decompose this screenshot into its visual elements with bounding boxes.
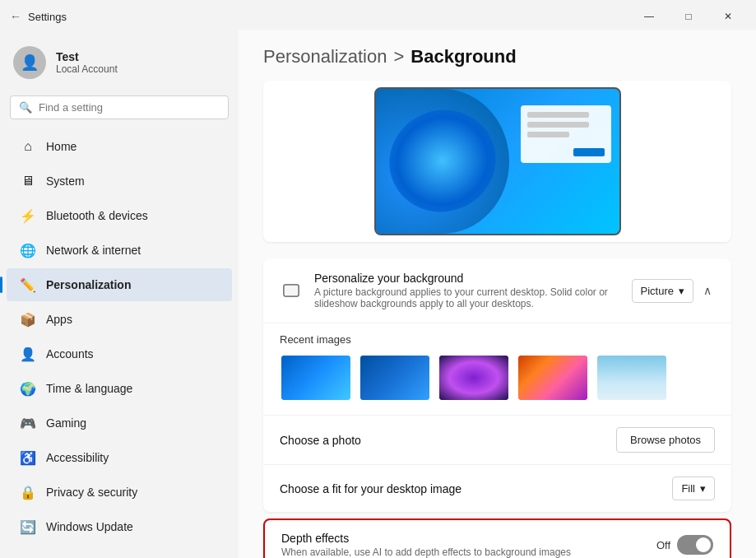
breadcrumb-current: Background	[410, 46, 516, 67]
fit-chevron-icon: ▾	[700, 482, 706, 495]
sidebar-item-time[interactable]: 🌍 Time & language	[7, 372, 232, 405]
thumb-inner-5	[597, 356, 666, 400]
sidebar-item-label: Apps	[46, 313, 72, 326]
preview-line-2	[527, 122, 589, 128]
sidebar-item-home[interactable]: ⌂ Home	[7, 130, 232, 163]
search-input[interactable]	[39, 101, 220, 114]
bluetooth-icon: ⚡	[20, 207, 36, 224]
preview-card-button	[573, 148, 605, 156]
preview-line-3	[527, 132, 570, 137]
sidebar-item-label: System	[46, 174, 85, 188]
personalize-title: Personalize your background	[314, 272, 620, 285]
sidebar-item-bluetooth[interactable]: ⚡ Bluetooth & devices	[7, 199, 232, 232]
depth-toggle[interactable]	[677, 535, 713, 555]
sidebar-item-label: Time & language	[46, 382, 132, 395]
window-controls: — □ ✕	[631, 5, 746, 28]
update-icon: 🔄	[20, 518, 36, 535]
active-indicator	[0, 277, 2, 293]
breadcrumb-parent[interactable]: Personalization	[263, 46, 387, 67]
main-content: Personalization > Background	[239, 30, 756, 558]
time-icon: 🌍	[20, 380, 36, 397]
close-button[interactable]: ✕	[710, 5, 746, 28]
fit-value: Fill	[681, 482, 695, 495]
thumb-inner-1	[281, 356, 350, 400]
sidebar-item-label: Windows Update	[46, 520, 133, 533]
gaming-icon: 🎮	[20, 415, 36, 431]
breadcrumb-sep: >	[393, 46, 404, 67]
toggle-label: Off	[656, 539, 670, 551]
avatar: 👤	[13, 46, 46, 79]
sidebar-item-label: Network & internet	[46, 244, 141, 257]
sidebar-item-network[interactable]: 🌐 Network & internet	[7, 234, 232, 267]
depth-title: Depth effects	[281, 532, 645, 545]
sidebar-item-label: Home	[46, 140, 77, 153]
accessibility-icon: ♿	[20, 449, 36, 466]
personalize-icon	[280, 279, 303, 302]
preview-container	[263, 81, 731, 242]
sidebar-item-label: Gaming	[46, 416, 86, 430]
sidebar-item-accounts[interactable]: 👤 Accounts	[7, 337, 232, 370]
sidebar-item-label: Personalization	[46, 278, 131, 291]
recent-image-2[interactable]	[359, 354, 431, 402]
sidebar-item-label: Privacy & security	[46, 486, 137, 499]
svg-rect-1	[284, 285, 299, 296]
app-body: 👤 Test Local Account 🔍 ⌂ Home 🖥 System ⚡…	[0, 30, 756, 558]
minimize-button[interactable]: —	[631, 5, 667, 28]
collapse-button[interactable]: ∧	[700, 281, 715, 300]
sidebar-item-apps[interactable]: 📦 Apps	[7, 303, 232, 336]
preview-card	[521, 105, 611, 163]
search-box[interactable]: 🔍	[10, 95, 229, 119]
browse-photos-button[interactable]: Browse photos	[616, 427, 715, 453]
sidebar-item-windowsupdate[interactable]: 🔄 Windows Update	[7, 510, 232, 543]
recent-image-3[interactable]	[438, 354, 510, 402]
sidebar-item-label: Bluetooth & devices	[46, 209, 148, 222]
fit-label: Choose a fit for your desktop image	[280, 482, 461, 495]
privacy-icon: 🔒	[20, 484, 36, 500]
depth-effects-card: Depth effects When available, use AI to …	[263, 518, 731, 558]
breadcrumb: Personalization > Background	[263, 46, 731, 67]
background-type-dropdown[interactable]: Picture ▾	[632, 279, 693, 303]
recent-images-label: Recent images	[280, 333, 715, 346]
accounts-icon: 👤	[20, 346, 36, 362]
apps-icon: 📦	[20, 311, 36, 328]
maximize-button[interactable]: □	[670, 5, 707, 28]
depth-subtitle: When available, use AI to add depth effe…	[281, 546, 645, 558]
sidebar-item-personalization[interactable]: ✏️ Personalization	[7, 268, 232, 301]
back-button[interactable]: ←	[10, 10, 21, 23]
personalize-card: Personalize your background A picture ba…	[263, 258, 731, 512]
sidebar: 👤 Test Local Account 🔍 ⌂ Home 🖥 System ⚡…	[0, 30, 239, 558]
recent-image-5[interactable]	[596, 354, 668, 402]
recent-images-section: Recent images	[263, 323, 731, 415]
dropdown-chevron-icon: ▾	[679, 285, 684, 297]
choose-photo-label: Choose a photo	[280, 434, 361, 447]
personalize-text: Personalize your background A picture ba…	[314, 272, 620, 309]
recent-image-4[interactable]	[517, 354, 589, 402]
user-name: Test	[56, 50, 118, 63]
home-icon: ⌂	[20, 138, 36, 155]
preview-background	[376, 89, 510, 234]
recent-image-1[interactable]	[280, 354, 352, 402]
search-icon: 🔍	[19, 101, 32, 114]
preview-line-1	[527, 112, 589, 118]
network-icon: 🌐	[20, 242, 36, 258]
sidebar-item-accessibility[interactable]: ♿ Accessibility	[7, 441, 232, 474]
depth-text: Depth effects When available, use AI to …	[281, 532, 645, 558]
fit-dropdown[interactable]: Fill ▾	[672, 477, 715, 500]
user-subtitle: Local Account	[56, 63, 118, 75]
choose-photo-row: Choose a photo Browse photos	[263, 415, 731, 464]
recent-images-grid	[280, 354, 715, 402]
sidebar-item-label: Accessibility	[46, 451, 109, 464]
sidebar-item-gaming[interactable]: 🎮 Gaming	[7, 407, 232, 439]
sidebar-item-privacy[interactable]: 🔒 Privacy & security	[7, 476, 232, 509]
sidebar-item-system[interactable]: 🖥 System	[7, 165, 232, 198]
depth-row: Depth effects When available, use AI to …	[265, 520, 730, 558]
choose-fit-row: Choose a fit for your desktop image Fill…	[263, 464, 731, 512]
personalization-icon: ✏️	[20, 277, 36, 293]
thumb-inner-2	[360, 356, 429, 400]
personalize-subtitle: A picture background applies to your cur…	[314, 286, 620, 309]
personalize-row: Personalize your background A picture ba…	[263, 258, 731, 323]
app-title: Settings	[28, 11, 67, 23]
personalize-control: Picture ▾ ∧	[632, 279, 715, 303]
thumb-inner-3	[439, 356, 508, 400]
user-info: Test Local Account	[56, 50, 118, 75]
